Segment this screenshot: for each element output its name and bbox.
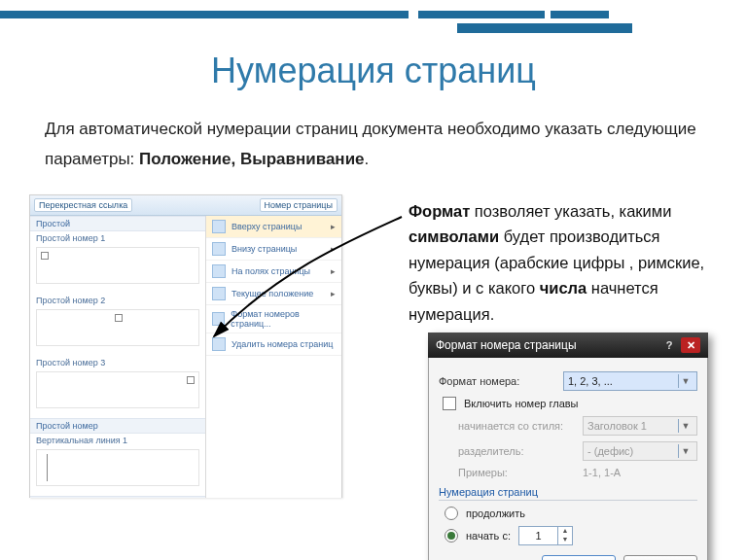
word-symbols: символами [409,228,499,245]
start-at-value: 1 [519,530,557,542]
include-chapter-label: Включить номер главы [464,398,579,409]
top-decor [0,0,747,29]
word-format: Формат [409,202,470,220]
start-at-radio[interactable] [445,529,458,542]
ribbon: Перекрестная ссылка Номер страницы [30,195,341,216]
gallery-item[interactable]: Простой номер 2 [30,294,205,307]
dialog-titlebar[interactable]: Формат номера страницы ? ✕ [428,332,708,358]
separator-combo: - (дефис) ▼ [583,441,697,461]
examples-label: Примеры: [458,467,575,478]
word-number: числа [540,279,587,297]
starts-style-combo: Заголовок 1 ▼ [583,416,697,436]
chevron-down-icon: ▼ [678,444,693,458]
doc-icon [212,287,226,300]
help-button[interactable]: ? [659,337,679,353]
menu-bottom-of-page[interactable]: Внизу страницы ▸ [206,238,341,261]
gallery-group-simple: Простой [30,216,205,231]
numbering-group-title: Нумерация страниц [439,486,697,498]
menu-current-position[interactable]: Текущее положение ▸ [206,283,341,305]
gallery-group-simple-number: Простой номер [30,418,205,434]
chevron-right-icon: ▸ [331,289,336,298]
lead-text: Для автоматической нумерации страниц док… [45,115,702,174]
separator-label: разделитель: [458,445,575,457]
remove-icon [212,337,226,351]
doc-icon [212,264,226,278]
ribbon-crossref-button[interactable]: Перекрестная ссылка [34,198,132,212]
gallery: Простой Простой номер 1 Простой номер 2 … [30,216,206,498]
lead-params: Положение, Выравнивание [139,150,364,168]
page-title: Нумерация страниц [0,51,747,91]
format-description: Формат позволяет указать, какими символа… [409,198,720,327]
examples-value: 1-1, 1-A [583,467,621,478]
dialog-title-text: Формат номера страницы [436,338,577,352]
gallery-item[interactable]: Вертикальная линия 1 [30,434,205,447]
start-at-spinner[interactable]: 1 ▲▼ [518,526,573,545]
menu-label: Вверху страницы [231,222,302,231]
menu-top-of-page[interactable]: Вверху страницы ▸ [206,216,341,238]
number-format-combo[interactable]: 1, 2, 3, ... ▼ [563,371,697,391]
doc-icon [212,242,226,256]
gallery-group-vertical-contour: Вертикальный контур 1 [30,496,205,498]
gallery-item[interactable]: Простой номер 1 [30,231,205,245]
cancel-button[interactable]: Отмена [623,555,697,560]
continue-label: продолжить [466,508,525,519]
spin-down-icon[interactable]: ▼ [558,536,572,544]
number-format-value: 1, 2, 3, ... [568,375,678,387]
ribbon-page-number-button[interactable]: Номер страницы [260,198,338,212]
format-icon [212,312,225,326]
menu-label: Удалить номера страниц [231,339,333,349]
chevron-down-icon: ▼ [678,419,693,433]
ok-button[interactable]: OK [542,555,616,560]
chevron-right-icon: ▸ [331,222,336,231]
spin-up-icon[interactable]: ▲ [558,527,572,536]
starts-style-label: начинается со стиля: [458,420,575,432]
chevron-down-icon: ▼ [678,374,693,388]
menu-label: Внизу страницы [231,244,297,254]
continue-radio[interactable] [445,507,458,520]
chevron-right-icon: ▸ [331,266,336,276]
menu-remove-page-numbers[interactable]: Удалить номера страниц [206,333,341,356]
doc-icon [212,220,226,233]
menu-format-page-numbers[interactable]: Формат номеров страниц... [206,305,341,333]
lead-suffix: . [365,150,370,168]
include-chapter-checkbox[interactable] [443,397,456,410]
start-at-label: начать с: [466,530,511,542]
t1: позволяет указать, какими [470,202,671,220]
page-number-menu: Вверху страницы ▸ Внизу страницы ▸ На по… [206,216,341,498]
menu-label: На полях страницы [231,266,310,276]
separator-value: - (дефис) [587,445,678,457]
close-button[interactable]: ✕ [681,337,700,353]
format-label: Формат номера: [439,375,555,387]
format-page-number-dialog: Формат номера страницы ? ✕ Формат номера… [428,332,708,560]
menu-label: Формат номеров страниц... [231,309,336,329]
word-gallery-panel: Перекрестная ссылка Номер страницы Прост… [29,194,342,498]
menu-page-margins[interactable]: На полях страницы ▸ [206,261,341,283]
menu-label: Текущее положение [231,289,313,298]
chevron-right-icon: ▸ [331,244,336,254]
starts-style-value: Заголовок 1 [587,420,678,432]
gallery-item[interactable]: Простой номер 3 [30,356,205,369]
